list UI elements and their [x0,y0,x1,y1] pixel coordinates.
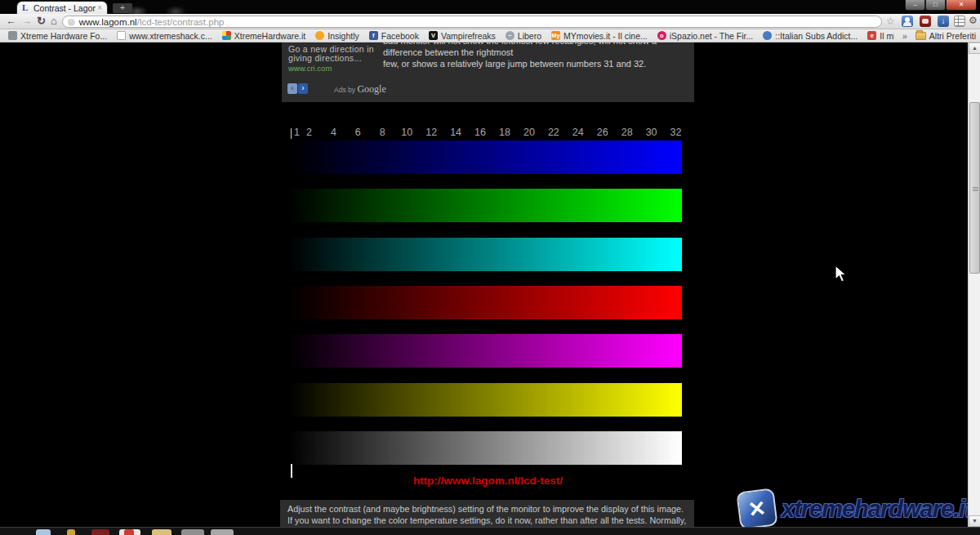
page-header-box: Go a new direction in giving directions.… [282,42,694,102]
bar-step [523,238,535,271]
bookmark-label: Insightly [327,31,359,41]
bar-step [376,140,389,174]
bookmark-label: Il mio eBay [880,31,893,41]
bar-step [645,238,657,271]
extension-video-icon[interactable] [920,16,931,27]
bar-step [340,383,352,417]
scrollbar-down-icon[interactable]: ▼ [969,515,980,527]
bar-step [340,140,352,174]
bar-step [352,383,364,417]
bookmark-item[interactable]: XtremeHardware.it [217,31,311,41]
page-security-icon[interactable]: ◎ [68,17,75,26]
scrollbar-up-icon[interactable]: ▲ [969,42,980,54]
scrollbar[interactable]: ▲ ▼ [968,42,980,527]
ads-by-google[interactable]: Ads by Google [334,83,386,96]
bookmark-item[interactable]: eIl mio eBay [862,31,893,41]
taskbar-item[interactable] [152,529,172,535]
wrench-menu-icon[interactable]: ⚙ [969,15,978,26]
taskbar-item[interactable] [36,529,51,535]
extension-download-icon[interactable]: ↓ [938,16,949,27]
bookmark-favicon-icon [222,31,231,40]
bookmark-favicon-icon: e [867,31,876,40]
ad-prev-button[interactable]: ‹ [287,83,297,94]
bookmark-item[interactable]: fFacebook [364,31,424,41]
taskbar-item[interactable] [91,529,109,535]
bar-step [535,286,547,319]
bar-step [413,189,425,222]
bar-step [352,189,364,222]
bar-step [327,431,340,465]
taskbar-item[interactable] [181,529,204,535]
extension-person-icon[interactable] [902,16,913,27]
maximize-button[interactable]: □ [925,0,946,11]
forward-icon[interactable]: → [21,15,32,27]
address-bar[interactable]: ◎ www.lagom.nl/lcd-test/contrast.php [62,16,882,28]
taskbar-item[interactable] [211,529,234,535]
bar-step [657,286,670,319]
bar-step [364,286,376,319]
back-icon[interactable]: ← [6,15,16,27]
bar-step [633,189,645,222]
bookmark-item[interactable]: Xtreme Hardware Fo... [3,31,112,41]
other-bookmarks-folder[interactable]: Altri Preferiti [929,31,976,41]
new-tab-button[interactable]: + [113,3,132,13]
tab-close-icon[interactable]: × [96,3,104,12]
bar-step [596,189,608,222]
extension-grid-icon[interactable] [954,16,965,27]
bookmark-label: XtremeHardware.it [234,31,306,41]
bar-step [535,140,547,174]
bars-layer [291,140,682,466]
lagom-link[interactable]: http://www.lagom.nl/lcd-test/ [282,475,694,487]
bookmark-item[interactable]: ~Libero [501,31,546,41]
bar-step [376,286,389,319]
bar-step [401,334,413,368]
bar-step [621,334,633,368]
page-content: Go a new direction in giving directions.… [0,42,980,527]
bar-step [413,431,425,465]
bookmark-label: Xtreme Hardware Fo... [20,31,107,41]
bar-step [608,286,621,319]
browser-window: L Contrast - Lagom LCD test × + – □ ✕ ← … [0,0,980,535]
bar-step [645,140,657,174]
close-button[interactable]: ✕ [946,0,977,11]
bar-step [645,286,657,319]
bookmark-star-icon[interactable]: ☆ [886,16,895,27]
bookmark-favicon-icon: o [657,31,666,40]
scrollbar-thumb[interactable] [969,102,980,274]
bar-step [498,334,510,368]
bar-step [340,431,352,465]
ad-display-url[interactable]: www.cri.com [288,64,332,73]
taskbar-item[interactable] [67,529,75,535]
bookmark-item[interactable]: ::Italian Subs Addict... [758,31,862,41]
bookmark-item[interactable]: VVampirefreaks [424,31,501,41]
bar-step [462,286,474,319]
ad-headline[interactable]: Go a new direction in giving directions.… [288,45,380,63]
bar-step [510,189,523,222]
bar-step [389,286,401,319]
browser-tab[interactable]: L Contrast - Lagom LCD test × [16,1,108,14]
bar-step [487,431,499,465]
ad-next-button[interactable]: › [298,83,308,94]
taskbar-item[interactable] [124,529,134,535]
home-icon[interactable]: ⌂ [51,15,57,27]
bar-step [450,286,462,319]
reload-icon[interactable]: ↻ [37,15,46,27]
xtremehardware-logo-icon: ✕ [736,488,777,527]
bar-step [303,286,315,319]
minimize-button[interactable]: – [905,0,925,11]
bookmark-item[interactable]: Insightly [310,31,364,41]
bar-step [401,431,413,465]
bookmark-item[interactable]: www.xtremeshack.c... [112,31,217,41]
bar-step [633,383,645,417]
bookmarks-overflow-chevron[interactable]: » [894,31,915,41]
intro-line-clipped: bad monitor will not show the leftmost f… [383,42,687,58]
bookmark-item[interactable]: MyMYmovies.it - Il cine... [546,31,653,41]
intro-line: few, or shows a relatively large jump be… [383,58,687,69]
bar-step [670,140,682,174]
bar-step [413,286,425,319]
bar-step [633,334,645,368]
bookmark-item[interactable]: oiSpazio.net - The Fir... [653,31,759,41]
scale-number: 24 [572,127,584,138]
bookmark-label: Vampirefreaks [441,31,496,41]
watermark: ✕ xtremehardware.it [735,488,968,527]
